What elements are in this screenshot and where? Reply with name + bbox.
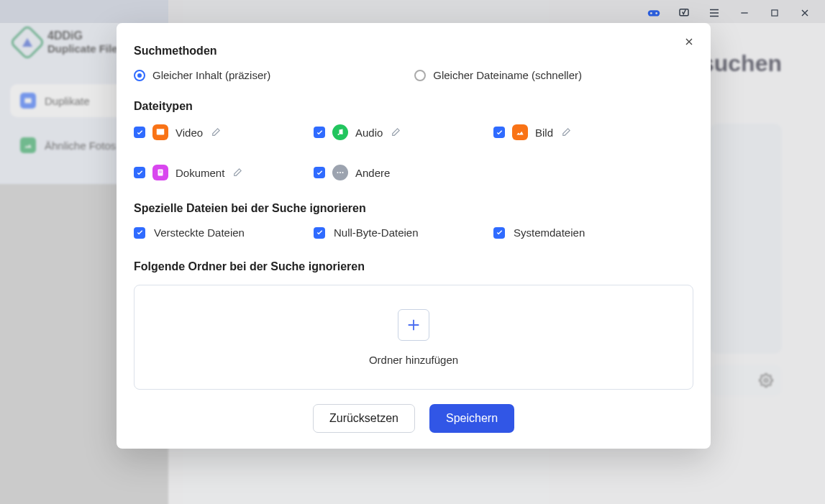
svg-point-13 (339, 172, 341, 173)
svg-rect-7 (157, 130, 165, 135)
ignore-folders-dropzone[interactable]: Ordner hinzufügen (134, 285, 693, 390)
close-icon[interactable] (682, 35, 696, 49)
checkbox-hidden[interactable] (134, 227, 145, 239)
settings-modal: Suchmethoden Gleicher Inhalt (präziser) … (117, 23, 711, 449)
save-button[interactable]: Speichern (429, 404, 514, 433)
filetype-audio: Audio (314, 124, 493, 140)
add-folder-button[interactable] (398, 309, 429, 341)
reset-button[interactable]: Zurücksetzen (313, 404, 415, 433)
section-title-search-methods: Suchmethoden (134, 45, 693, 58)
ignore-hidden-files: Versteckte Dateien (134, 226, 314, 239)
section-title-ignore-special: Spezielle Dateien bei der Suche ignorier… (134, 202, 693, 215)
image-icon (512, 124, 528, 140)
svg-point-9 (338, 134, 339, 135)
section-title-file-types: Dateitypen (134, 100, 693, 113)
add-folder-label: Ordner hinzufügen (369, 354, 458, 366)
ignore-label: Versteckte Dateien (154, 226, 245, 239)
svg-rect-8 (157, 129, 165, 130)
checkbox-zero-byte[interactable] (314, 227, 325, 239)
radio-icon (414, 70, 426, 81)
filetype-document: Dokument (134, 165, 314, 180)
section-title-ignore-folders: Folgende Ordner bei der Suche ignorieren (134, 260, 693, 273)
radio-label: Gleicher Dateiname (schneller) (433, 69, 582, 81)
filetype-label: Audio (355, 127, 383, 139)
checkbox-other[interactable] (314, 167, 325, 178)
ignore-zero-byte: Null-Byte-Dateien (314, 226, 493, 239)
checkbox-document[interactable] (134, 167, 145, 178)
filetype-image: Bild (493, 124, 673, 140)
filetype-label: Dokument (176, 167, 224, 179)
ignore-system-files: Systemdateien (493, 226, 673, 239)
svg-point-14 (342, 172, 343, 173)
svg-point-12 (337, 172, 338, 173)
document-icon (152, 165, 168, 180)
other-icon (332, 165, 348, 180)
radio-same-content[interactable]: Gleicher Inhalt (präziser) (134, 69, 270, 81)
checkbox-system[interactable] (493, 227, 505, 239)
edit-icon[interactable] (390, 127, 401, 138)
filetype-video: Video (134, 124, 314, 140)
filetype-label: Bild (535, 127, 553, 139)
edit-icon[interactable] (560, 127, 571, 138)
edit-icon[interactable] (210, 127, 221, 138)
radio-label: Gleicher Inhalt (präziser) (152, 69, 270, 81)
video-icon (152, 124, 168, 140)
checkbox-image[interactable] (493, 127, 505, 138)
svg-point-10 (342, 133, 343, 134)
filetype-label: Video (176, 127, 203, 139)
filetype-other: Andere (314, 165, 493, 180)
radio-icon (134, 70, 145, 81)
audio-icon (332, 124, 348, 140)
checkbox-audio[interactable] (314, 127, 325, 138)
checkbox-video[interactable] (134, 127, 145, 138)
radio-same-filename[interactable]: Gleicher Dateiname (schneller) (414, 69, 582, 81)
ignore-label: Systemdateien (514, 226, 585, 239)
edit-icon[interactable] (232, 168, 242, 178)
filetype-label: Andere (355, 167, 390, 179)
ignore-label: Null-Byte-Dateien (334, 226, 419, 239)
